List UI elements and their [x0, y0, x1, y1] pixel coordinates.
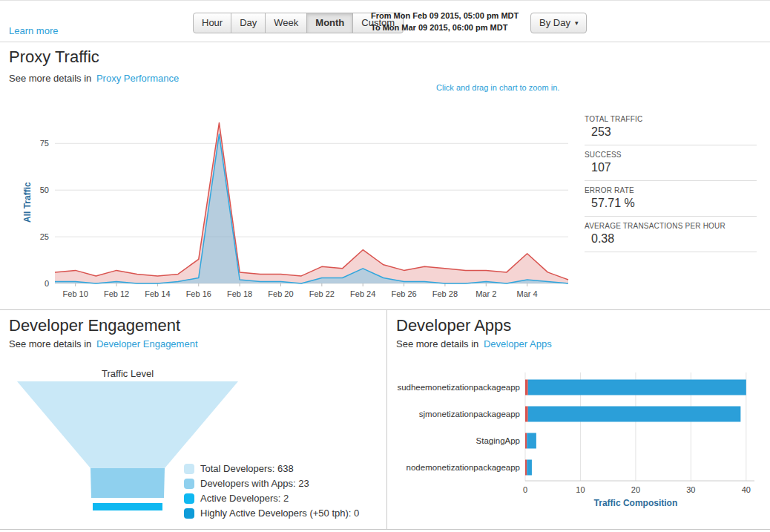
- svg-text:Feb 12: Feb 12: [104, 289, 129, 298]
- svg-text:40: 40: [742, 485, 751, 494]
- developer-engagement-title: Developer Engagement: [9, 316, 180, 335]
- svg-text:StagingApp: StagingApp: [476, 436, 520, 445]
- apps-details-line: See more details in Developer Apps: [396, 338, 552, 349]
- date-to-text: To Mon Mar 09 2015, 06:00 pm MDT: [371, 22, 519, 33]
- svg-text:Feb 18: Feb 18: [227, 289, 252, 298]
- svg-text:Mar 2: Mar 2: [476, 289, 496, 298]
- stat-value: 107: [585, 161, 757, 174]
- legend-swatch-total-developers: [184, 464, 194, 474]
- engagement-details-prefix: See more details in: [9, 338, 91, 349]
- proxy-details-line: See more details in Proxy Performance: [9, 73, 179, 84]
- stat-label: ERROR RATE: [585, 186, 757, 194]
- developer-apps-chart: 010203040sudheemonetizationpackageappsjm…: [387, 370, 762, 510]
- funnel-legend: Total Developers: 638 Developers with Ap…: [184, 463, 359, 522]
- developer-apps-title: Developer Apps: [396, 316, 511, 335]
- svg-text:0: 0: [45, 279, 49, 288]
- stat-avg-tph: AVERAGE TRANSACTIONS PER HOUR 0.38: [585, 217, 757, 252]
- range-button-month[interactable]: Month: [306, 13, 353, 33]
- range-button-week[interactable]: Week: [265, 13, 307, 33]
- traffic-stats-panel: TOTAL TRAFFIC 253 SUCCESS 107 ERROR RATE…: [585, 110, 757, 252]
- svg-text:Feb 28: Feb 28: [432, 289, 458, 298]
- stat-success: SUCCESS 107: [585, 145, 757, 181]
- date-from-text: From Mon Feb 09 2015, 05:00 pm MDT: [371, 10, 519, 22]
- range-button-day[interactable]: Day: [231, 13, 266, 33]
- svg-text:Feb 22: Feb 22: [309, 289, 335, 298]
- granularity-label: By Day: [539, 13, 570, 33]
- legend-swatch-active-developers: [184, 493, 194, 504]
- legend-item: Developers with Apps: 23: [184, 478, 359, 489]
- developer-engagement-section: Developer Engagement See more details in…: [0, 310, 387, 529]
- legend-item: Total Developers: 638: [184, 463, 359, 474]
- svg-text:10: 10: [576, 485, 585, 494]
- proxy-performance-link[interactable]: Proxy Performance: [96, 73, 179, 84]
- engagement-details-line: See more details in Developer Engagement: [9, 338, 198, 349]
- chart-zoom-hint: Click and drag in chart to zoom in.: [436, 83, 559, 92]
- svg-text:sudheemonetizationpackageapp: sudheemonetizationpackageapp: [397, 383, 520, 392]
- svg-text:50: 50: [40, 185, 49, 194]
- range-button-hour[interactable]: Hour: [193, 13, 231, 33]
- svg-text:nodemonetizationpackageapp: nodemonetizationpackageapp: [407, 463, 520, 472]
- stat-error-rate: ERROR RATE 57.71 %: [585, 181, 757, 217]
- funnel-title: Traffic Level: [16, 368, 239, 379]
- granularity-dropdown[interactable]: By Day ▾: [530, 13, 587, 33]
- svg-text:Feb 20: Feb 20: [268, 289, 293, 298]
- stat-value: 57.71 %: [585, 197, 757, 210]
- proxy-traffic-title: Proxy Traffic: [9, 47, 99, 67]
- stat-total-traffic: TOTAL TRAFFIC 253: [585, 110, 757, 145]
- svg-text:Feb 10: Feb 10: [63, 289, 88, 298]
- developer-engagement-link[interactable]: Developer Engagement: [96, 338, 198, 349]
- bottom-divider: [0, 529, 770, 530]
- dashboard-page: Learn more Hour Day Week Month Custom Fr…: [0, 0, 770, 532]
- svg-text:Feb 26: Feb 26: [391, 289, 416, 298]
- learn-more-link[interactable]: Learn more: [9, 25, 58, 36]
- svg-text:sjmonetizationpackageapp: sjmonetizationpackageapp: [419, 410, 520, 418]
- developer-apps-section: Developer Apps See more details in Devel…: [387, 310, 770, 529]
- svg-text:Mar 4: Mar 4: [517, 289, 538, 298]
- apps-details-prefix: See more details in: [396, 338, 478, 349]
- legend-swatch-highly-active-developers: [184, 508, 194, 519]
- stat-label: SUCCESS: [585, 151, 757, 159]
- svg-text:0: 0: [523, 485, 527, 494]
- svg-text:Feb 14: Feb 14: [145, 289, 170, 298]
- stat-value: 0.38: [585, 232, 757, 246]
- svg-text:Feb 16: Feb 16: [186, 289, 211, 298]
- stat-label: AVERAGE TRANSACTIONS PER HOUR: [585, 222, 757, 230]
- caret-down-icon: ▾: [575, 13, 579, 33]
- legend-item: Active Developers: 2: [184, 493, 359, 504]
- legend-swatch-developers-with-apps: [184, 479, 194, 489]
- proxy-details-prefix: See more details in: [9, 73, 91, 84]
- svg-text:75: 75: [40, 139, 49, 148]
- date-range-text: From Mon Feb 09 2015, 05:00 pm MDT To Mo…: [371, 10, 519, 33]
- svg-text:Feb 24: Feb 24: [350, 289, 375, 298]
- svg-text:20: 20: [631, 485, 640, 494]
- legend-item: Highly Active Developers (+50 tph): 0: [184, 508, 359, 519]
- date-range-toolbar: Learn more Hour Day Week Month Custom Fr…: [0, 0, 770, 42]
- proxy-traffic-chart[interactable]: 0255075Feb 10Feb 12Feb 14Feb 16Feb 18Feb…: [16, 101, 573, 303]
- svg-text:25: 25: [40, 232, 49, 241]
- developer-apps-link[interactable]: Developer Apps: [484, 338, 552, 349]
- stat-label: TOTAL TRAFFIC: [585, 115, 757, 123]
- svg-text:30: 30: [686, 485, 695, 494]
- stat-value: 253: [585, 125, 757, 139]
- svg-text:Traffic Composition: Traffic Composition: [594, 498, 678, 508]
